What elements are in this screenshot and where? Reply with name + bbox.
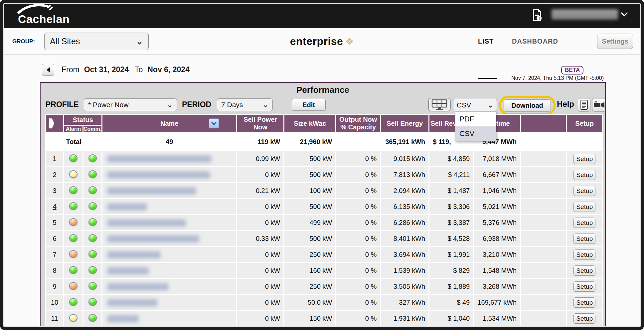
setup-button[interactable]: Setup xyxy=(573,265,595,276)
revenue-cell: $ 1,889 xyxy=(429,279,473,294)
site-name-cell[interactable] xyxy=(102,247,236,262)
table-row: 6 0.33 kW 500 kW 0 % 8,401 kWh $ 4,528 6… xyxy=(46,231,602,246)
account-name-blurred[interactable] xyxy=(552,9,618,20)
total-sell-power: 119 kW xyxy=(237,133,283,150)
settings-button[interactable]: Settings xyxy=(597,34,633,49)
download-highlight-ring: Download xyxy=(499,96,556,115)
previous-period-button[interactable] xyxy=(42,64,54,76)
site-name-blurred xyxy=(107,187,196,195)
setup-button[interactable]: Setup xyxy=(573,154,595,164)
top-bar: Cachelan i xyxy=(0,0,644,28)
output-cell: 0 % xyxy=(336,215,380,230)
site-name-cell[interactable] xyxy=(102,263,236,278)
row-number[interactable]: 10 xyxy=(46,295,63,310)
site-name-cell[interactable] xyxy=(102,279,236,294)
row-number[interactable]: 11 xyxy=(46,311,63,326)
to-date[interactable]: Nov 6, 2024 xyxy=(147,65,190,74)
output-column-header[interactable]: Output Now % Capacity xyxy=(336,115,380,132)
row-number[interactable]: 8 xyxy=(46,263,63,278)
row-number[interactable]: 4 xyxy=(46,199,63,214)
setup-button[interactable]: Setup xyxy=(573,313,595,324)
tab-list[interactable]: LIST xyxy=(478,28,494,55)
comm-status-cell xyxy=(83,167,101,182)
site-name-cell[interactable] xyxy=(102,311,236,326)
enterprise-logo: enterprise ❖ xyxy=(290,28,354,55)
row-number[interactable]: 6 xyxy=(46,231,63,246)
account-chevron-down-icon[interactable] xyxy=(621,12,628,18)
help-document-icon[interactable] xyxy=(578,98,590,111)
setup-button[interactable]: Setup xyxy=(573,218,595,228)
site-name-cell[interactable] xyxy=(102,151,236,166)
sort-dropdown-button[interactable] xyxy=(209,118,219,128)
row-number[interactable]: 2 xyxy=(46,167,63,182)
from-date[interactable]: Oct 31, 2024 xyxy=(84,65,129,74)
profile-select[interactable]: * Power Now ⌄ xyxy=(84,98,177,111)
lifetime-cell: 5,376 MWh xyxy=(474,215,520,230)
lifetime-cell: 3,268 MWh xyxy=(474,279,520,294)
total-blank-cell xyxy=(521,133,566,150)
cachelan-logo[interactable]: Cachelan xyxy=(15,3,88,25)
size-cell: 500 kW xyxy=(284,167,335,182)
sell-power-cell: 0 kW xyxy=(237,199,283,214)
sell-power-cell: 0 kW xyxy=(237,215,283,230)
lifetime-cell: 5,021 MWh xyxy=(474,199,520,214)
blank-cell xyxy=(521,295,566,310)
row-number[interactable]: 3 xyxy=(46,183,63,198)
report-info-icon[interactable]: i xyxy=(532,9,543,21)
alarm-led xyxy=(69,202,78,210)
setup-button[interactable]: Setup xyxy=(573,186,595,196)
site-name-cell[interactable] xyxy=(102,295,236,310)
setup-button[interactable]: Setup xyxy=(573,170,595,180)
tab-dashboard[interactable]: DASHBOARD xyxy=(512,28,558,55)
expand-column-header[interactable] xyxy=(46,115,63,132)
revenue-cell: $ 4,859 xyxy=(429,151,473,166)
site-name-cell[interactable] xyxy=(102,215,236,230)
size-cell: 150 kW xyxy=(284,311,335,326)
help-video-icon[interactable] xyxy=(592,98,606,111)
site-name-cell[interactable] xyxy=(102,199,236,214)
comm-status-cell xyxy=(83,215,101,230)
site-name-blurred xyxy=(107,299,157,306)
lifetime-cell: 3,210 MWh xyxy=(474,247,520,262)
total-label: Total xyxy=(46,133,101,150)
row-number[interactable]: 9 xyxy=(46,279,63,294)
table-body: Total 49 119 kW 21,960 kW 365,191 kWh $ … xyxy=(46,133,602,326)
sell-power-column-header[interactable]: Sell Power Now xyxy=(237,115,283,132)
site-name-blurred xyxy=(107,171,210,179)
alarm-led xyxy=(69,314,78,322)
site-name-cell[interactable] xyxy=(102,167,236,182)
output-cell: 0 % xyxy=(336,247,380,262)
export-format-select[interactable]: CSV ⌄ xyxy=(453,99,497,111)
setup-button[interactable]: Setup xyxy=(573,281,595,292)
size-column-header[interactable]: Size kWac xyxy=(284,115,335,132)
alarm-led xyxy=(69,234,78,242)
setup-button[interactable]: Setup xyxy=(573,234,595,244)
table-view-icon[interactable] xyxy=(428,98,451,111)
row-number[interactable]: 5 xyxy=(46,215,63,230)
export-option-pdf[interactable]: PDF xyxy=(455,112,496,126)
energy-column-header[interactable]: Sell Energy xyxy=(381,115,428,132)
download-button[interactable]: Download xyxy=(504,99,551,111)
size-cell: 100 kW xyxy=(284,183,335,198)
setup-button[interactable]: Setup xyxy=(573,249,595,260)
group-select[interactable]: All Sites ⌄ xyxy=(44,33,149,50)
alarm-status-cell xyxy=(64,183,82,198)
performance-panel: Performance PROFILE * Power Now ⌄ PERIOD… xyxy=(40,82,606,327)
alarm-status-cell xyxy=(64,199,82,214)
setup-button[interactable]: Setup xyxy=(573,202,595,212)
chevron-down-icon: ⌄ xyxy=(167,101,173,109)
row-number[interactable]: 1 xyxy=(46,151,63,166)
site-name-cell[interactable] xyxy=(102,231,236,246)
period-select[interactable]: 7 Days ⌄ xyxy=(217,98,273,111)
site-name-cell[interactable] xyxy=(102,183,236,198)
profile-label: PROFILE xyxy=(46,100,79,109)
row-number[interactable]: 7 xyxy=(46,247,63,262)
export-option-csv[interactable]: CSV xyxy=(455,126,496,141)
edit-button[interactable]: Edit xyxy=(292,99,326,111)
setup-button[interactable]: Setup xyxy=(573,297,595,308)
setup-cell: Setup xyxy=(567,263,602,278)
from-label: From xyxy=(62,65,80,74)
size-cell: 500 kW xyxy=(284,199,335,214)
name-column-header[interactable]: Name xyxy=(102,115,236,132)
size-cell: 50.0 kW xyxy=(284,295,335,310)
